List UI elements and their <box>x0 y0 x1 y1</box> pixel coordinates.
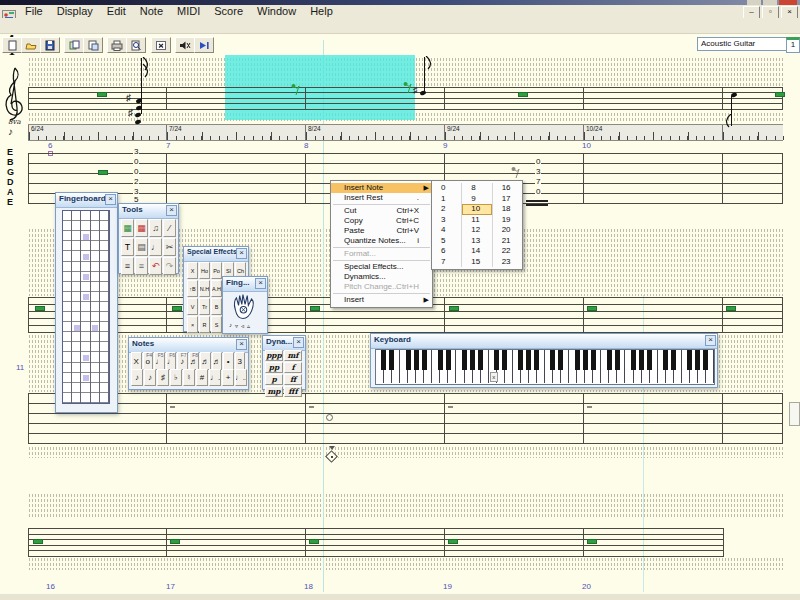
tools-button-note[interactable]: ♩ <box>149 238 162 256</box>
tab-number[interactable]: 3 <box>133 148 139 156</box>
submenu-item[interactable]: 14 <box>462 246 491 257</box>
menu-note[interactable]: Note <box>133 5 170 18</box>
menu-file[interactable]: File <box>18 5 50 18</box>
tools-palette[interactable]: Tools× ▦▦♫⁄T▤♩✂≡≡↶↷ <box>118 203 179 274</box>
dynamic-button-mp[interactable]: mp <box>265 386 283 397</box>
piano-black-key[interactable] <box>422 350 427 370</box>
fingering-symbol[interactable]: ▵ <box>247 322 250 329</box>
piano-black-key[interactable] <box>406 350 411 370</box>
note-modifier-button[interactable]: ♪ <box>131 369 143 386</box>
tab-number[interactable]: 7 <box>535 178 541 186</box>
note-modifier-button[interactable]: # <box>196 369 208 386</box>
special-effect-button[interactable]: V <box>187 298 198 315</box>
submenu-item[interactable]: 11 <box>462 215 491 226</box>
context-menu-item[interactable]: Quantize Notes...i <box>331 236 432 246</box>
context-menu-item[interactable]: Pitch Change...Ctrl+H <box>331 282 432 292</box>
note-modifier-button[interactable]: ♩. <box>209 369 221 386</box>
special-effect-button[interactable]: X <box>187 262 198 279</box>
submenu-item[interactable]: 16 <box>493 183 522 194</box>
track-number-field[interactable]: 1 <box>786 37 800 53</box>
note-modifier-button[interactable]: ♮ <box>183 369 195 386</box>
tools-button-edit-line[interactable]: ⁄ <box>163 219 176 237</box>
piano-black-key[interactable] <box>695 350 700 370</box>
piano-black-key[interactable] <box>591 350 596 370</box>
dynamic-button-p[interactable]: p <box>265 374 283 385</box>
submenu-item[interactable]: 19 <box>493 215 522 226</box>
piano-black-key[interactable] <box>615 350 620 370</box>
hand-icon[interactable] <box>231 292 257 325</box>
piano-black-key[interactable] <box>671 350 676 370</box>
piano-black-key[interactable] <box>446 350 451 370</box>
vertical-scrollbar-thumb[interactable] <box>789 402 800 426</box>
tab-number[interactable]: 3 <box>535 168 541 176</box>
piano-black-key[interactable] <box>631 350 636 370</box>
piano-black-key[interactable] <box>478 350 483 370</box>
note-duration-button[interactable]: X <box>131 352 142 370</box>
dynamic-button-f[interactable]: f <box>284 362 302 373</box>
piano-black-key[interactable] <box>639 350 644 370</box>
close-icon[interactable]: × <box>255 278 266 289</box>
note-duration-button[interactable]: ♬ <box>200 352 211 370</box>
tab-number[interactable]: 0 <box>133 158 139 166</box>
piano-black-key[interactable] <box>550 350 555 370</box>
piano-keys[interactable]: x <box>375 349 715 385</box>
tools-button-text[interactable]: T <box>121 238 134 256</box>
piano-black-key[interactable] <box>526 350 531 370</box>
toolbar[interactable]: Acoustic Guitar 1 <box>0 18 800 34</box>
tools-button-redo[interactable]: ↷ <box>163 257 176 275</box>
menu-midi[interactable]: MIDI <box>170 5 207 18</box>
context-menu-item[interactable]: Insert Rest. <box>331 193 432 203</box>
submenu-item[interactable]: 0 <box>432 183 461 194</box>
context-menu-item[interactable]: Special Effects... <box>331 262 432 272</box>
special-effect-button[interactable]: S <box>211 316 222 333</box>
dynamic-button-mf[interactable]: mf <box>284 350 302 361</box>
close-icon[interactable]: × <box>293 337 304 348</box>
special-effect-button[interactable]: B <box>211 298 222 315</box>
submenu-item[interactable]: 1 <box>432 194 461 205</box>
delete-button[interactable] <box>151 37 171 53</box>
note-duration-button[interactable]: ♬F8 <box>189 352 200 370</box>
tools-button-barre-1[interactable]: ≡ <box>121 257 134 275</box>
tools-button-chord-delete[interactable]: ▦ <box>135 219 148 237</box>
open-button[interactable] <box>21 37 41 53</box>
piano-black-key[interactable] <box>502 350 507 370</box>
context-menu-item[interactable]: Insert Note▶ <box>331 183 432 193</box>
copy-picture-button[interactable] <box>64 37 84 53</box>
note-duration-button[interactable]: • <box>223 352 234 370</box>
piano-black-key[interactable] <box>583 350 588 370</box>
dynamic-button-fff[interactable]: fff <box>284 386 302 397</box>
close-icon[interactable]: × <box>105 194 116 205</box>
submenu-item[interactable]: 8 <box>462 183 491 194</box>
piano-black-key[interactable] <box>607 350 612 370</box>
fingerboard-title-bar[interactable]: Fingerboard× <box>56 193 117 208</box>
note-modifier-button[interactable]: ♪ <box>144 369 156 386</box>
special-effects-title-bar[interactable]: Special Effects× <box>184 247 248 262</box>
notes-title-bar[interactable]: Notes× <box>129 338 248 353</box>
close-icon[interactable]: × <box>236 248 247 259</box>
piano-black-key[interactable] <box>470 350 475 370</box>
special-effect-button[interactable]: Tr <box>199 298 210 315</box>
midi-mute-button[interactable] <box>175 37 195 53</box>
note-duration-button[interactable]: ♩F6 <box>166 352 177 370</box>
piano-black-key[interactable] <box>687 350 692 370</box>
fingering-palette[interactable]: Fing...× ♪▿◃▵ <box>222 276 268 334</box>
special-effect-button[interactable]: R <box>199 316 210 333</box>
submenu-item[interactable]: 9 <box>462 194 491 205</box>
piano-black-key[interactable] <box>381 350 386 370</box>
tab-staff[interactable] <box>28 393 783 444</box>
tab-number[interactable]: 0 <box>535 158 541 166</box>
notes-palette[interactable]: Notes× XoF4♩F5♩F6♪F7♬F8♬♬•3 ♪♪♯♭♮#♩.+♩.. <box>128 337 249 390</box>
piano-black-key[interactable] <box>462 350 467 370</box>
dynamic-button-pp[interactable]: pp <box>265 362 283 373</box>
submenu-item[interactable]: 22 <box>493 246 522 257</box>
close-icon[interactable]: × <box>166 205 177 216</box>
submenu-item[interactable]: 2 <box>432 204 461 215</box>
piano-black-key[interactable] <box>575 350 580 370</box>
special-effect-button[interactable]: Po <box>211 262 222 279</box>
fingering-symbol[interactable]: ♪ <box>229 322 232 329</box>
special-effect-button[interactable]: N.H <box>199 280 210 297</box>
special-effect-button[interactable]: × <box>187 316 198 333</box>
horizontal-scrollbar[interactable] <box>0 593 800 600</box>
tab-number[interactable]: 2 <box>133 178 139 186</box>
save-button[interactable] <box>40 37 60 53</box>
